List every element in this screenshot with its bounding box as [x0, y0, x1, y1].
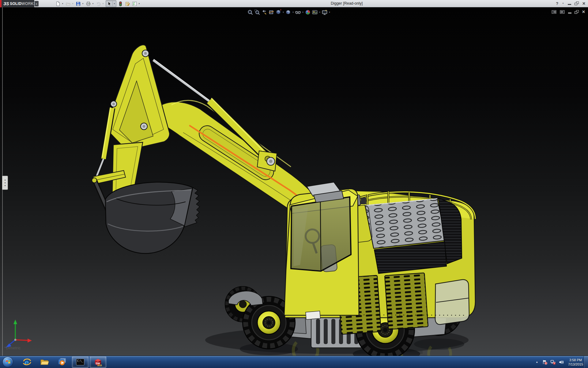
- tray-time: 3:58 PM: [568, 358, 583, 362]
- display-style-icon[interactable]: [285, 9, 292, 16]
- options-dropdown[interactable]: ▾: [138, 2, 141, 5]
- tray-clock[interactable]: 3:58 PM 7/13/2015: [568, 358, 583, 366]
- taskbar-items: e C:\_: [1, 356, 107, 368]
- new-document-dropdown[interactable]: ▾: [61, 2, 64, 5]
- view-orientation-label: *Dimetric: [4, 346, 21, 350]
- new-document-button[interactable]: [55, 1, 61, 7]
- view-settings-icon[interactable]: [321, 9, 328, 16]
- collapse-left-pane-button[interactable]: [552, 10, 557, 14]
- view-orientation-dropdown[interactable]: ▾: [282, 11, 285, 14]
- file-properties-button[interactable]: [125, 1, 130, 7]
- display-style-dropdown[interactable]: ▾: [292, 11, 294, 14]
- open-document-dropdown: ▾: [71, 2, 74, 5]
- heads-up-view-toolbar: ▾ ▾ ▾ ▾ ▾: [247, 9, 331, 16]
- show-desktop-button[interactable]: [584, 356, 588, 368]
- folder-icon: [40, 358, 49, 366]
- tray-date: 7/13/2015: [568, 362, 583, 366]
- save-button[interactable]: [75, 1, 81, 7]
- document-minimize-button[interactable]: [568, 13, 571, 13]
- hide-show-items-dropdown[interactable]: ▾: [302, 11, 304, 14]
- logo-text-light: WORKS: [21, 2, 36, 6]
- expand-arrow-icon: ▸: [36, 2, 37, 5]
- options-button[interactable]: [132, 1, 138, 7]
- zoom-to-fit-icon[interactable]: [247, 9, 254, 16]
- volume-icon[interactable]: [559, 359, 564, 365]
- command-prompt-icon: C:\_: [76, 358, 85, 366]
- document-restore-button[interactable]: [575, 10, 579, 14]
- solidworks-2015-button[interactable]: SW 2015: [90, 356, 106, 368]
- cab-mirror: [306, 311, 320, 320]
- section-view-icon[interactable]: [268, 9, 275, 16]
- apply-scene-icon[interactable]: [311, 9, 318, 16]
- view-settings-dropdown[interactable]: ▾: [328, 11, 331, 14]
- document-window-controls: ✕: [552, 10, 585, 14]
- help-dropdown[interactable]: ▾: [562, 2, 564, 5]
- open-document-button: [65, 1, 71, 7]
- command-prompt-button[interactable]: C:\_: [72, 356, 89, 368]
- previous-view-icon[interactable]: [261, 9, 268, 16]
- expand-right-pane-button[interactable]: [560, 10, 565, 14]
- solidworks-2015-icon: SW 2015: [93, 358, 103, 366]
- hide-show-items-icon[interactable]: [295, 9, 301, 16]
- windows-taskbar: e C:\_: [0, 356, 588, 368]
- main-toolbar: ▾ ▾ ▾ ▾ ▾ ▾ ▾: [55, 0, 141, 7]
- view-orientation-icon[interactable]: [275, 9, 282, 16]
- hidden-icons-button[interactable]: ▲: [536, 361, 538, 363]
- svg-text:2015: 2015: [97, 364, 102, 366]
- network-disconnected-icon[interactable]: [550, 359, 556, 365]
- window-title: Digger [Read-only]: [331, 0, 363, 7]
- undo-dropdown: ▾: [102, 2, 104, 5]
- 3d-viewport[interactable]: [0, 7, 588, 356]
- svg-text:C:\_: C:\_: [77, 360, 83, 362]
- logo-red-stripe: [0, 0, 2, 7]
- media-player-icon: [58, 358, 67, 366]
- internet-explorer-button[interactable]: e: [19, 356, 35, 368]
- bucket: [105, 182, 200, 254]
- select-tool-group: ▾: [106, 0, 116, 7]
- select-divider: [112, 1, 113, 6]
- internet-explorer-icon: e: [22, 357, 32, 367]
- title-bar: ЗS SOLIDWORKS ▸ ▾ ▾ ▾ ▾ ▾ ▾: [0, 0, 588, 7]
- collapse-arrow-icon: ◂: [4, 184, 6, 187]
- feature-manager-collapsed-tab[interactable]: ◂ ◂ ◂: [2, 176, 8, 190]
- zoom-to-area-icon[interactable]: [254, 9, 261, 16]
- svg-text:e: e: [24, 358, 29, 367]
- windows-flag-icon: [5, 359, 11, 365]
- action-center-icon[interactable]: [542, 359, 548, 365]
- cab: [284, 182, 359, 320]
- edit-appearance-icon[interactable]: [304, 9, 311, 16]
- select-dropdown[interactable]: ▾: [113, 2, 116, 5]
- undo-button: [96, 1, 101, 7]
- collapse-arrow-icon: ◂: [4, 179, 6, 181]
- toolbar-expand-arrow[interactable]: ▸: [35, 1, 39, 6]
- select-button[interactable]: [106, 1, 112, 7]
- logo-text-bold: SOLID: [10, 2, 21, 6]
- window-controls: ? ▾ ✕: [556, 0, 586, 7]
- collapse-arrow-icon: ◂: [4, 182, 6, 184]
- system-tray: ▲ 3:58 PM 7/13/2015: [536, 356, 583, 368]
- file-explorer-button[interactable]: [36, 356, 53, 368]
- print-button[interactable]: [85, 1, 91, 7]
- x-axis-arrow: [28, 339, 32, 343]
- start-button[interactable]: [2, 357, 13, 367]
- interference-detection-button[interactable]: [118, 1, 123, 7]
- document-close-button[interactable]: ✕: [582, 10, 585, 14]
- windows-media-player-button[interactable]: [54, 356, 71, 368]
- orientation-triad: [2, 316, 36, 350]
- apply-scene-dropdown[interactable]: ▾: [318, 11, 321, 14]
- y-axis-arrow: [13, 320, 17, 324]
- solidworks-logo: ЗS SOLIDWORKS: [0, 0, 34, 7]
- graphics-area[interactable]: ◂ ◂ ◂ ▾ ▾ ▾ ▾ ▾: [0, 7, 588, 356]
- restore-button[interactable]: [575, 2, 579, 5]
- close-button[interactable]: ✕: [582, 1, 586, 6]
- print-dropdown[interactable]: ▾: [92, 2, 94, 5]
- side-vent-right: [385, 273, 428, 330]
- logo-3s-glyph: ЗS: [3, 1, 9, 6]
- minimize-button[interactable]: [568, 4, 571, 5]
- save-dropdown[interactable]: ▾: [81, 2, 84, 5]
- engine-panel: [365, 199, 446, 248]
- help-button[interactable]: ?: [556, 1, 558, 6]
